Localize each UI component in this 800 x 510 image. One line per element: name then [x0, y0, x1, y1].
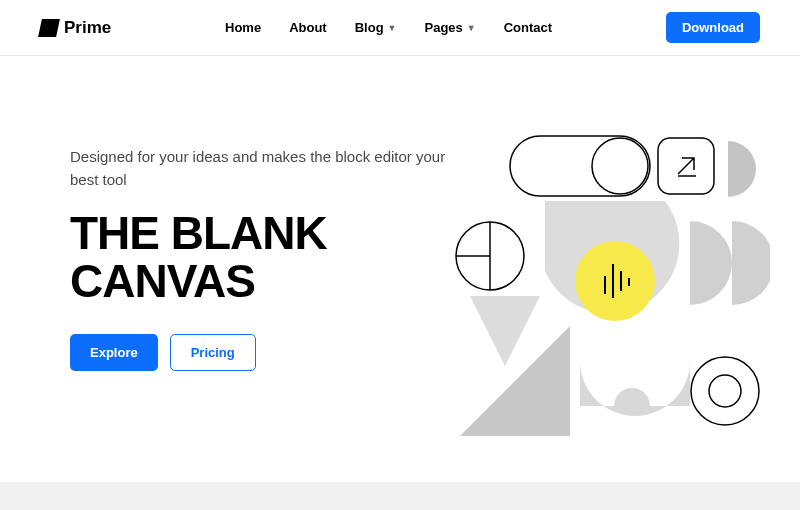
footer-bar — [0, 482, 800, 510]
nav-item-pages[interactable]: Pages ▼ — [425, 20, 476, 35]
hero-graphic — [450, 126, 770, 446]
nav-label: Pages — [425, 20, 463, 35]
svg-point-6 — [575, 241, 655, 321]
download-button[interactable]: Download — [666, 12, 760, 43]
nav-item-home[interactable]: Home — [225, 20, 261, 35]
nav-label: Home — [225, 20, 261, 35]
hero-buttons: Explore Pricing — [70, 334, 470, 371]
hero-subtitle: Designed for your ideas and makes the bl… — [70, 146, 470, 191]
nav-item-about[interactable]: About — [289, 20, 327, 35]
svg-rect-0 — [510, 136, 650, 196]
site-header: Prime Home About Blog ▼ Pages ▼ Contact … — [0, 0, 800, 56]
main-nav: Home About Blog ▼ Pages ▼ Contact — [225, 20, 552, 35]
nav-item-blog[interactable]: Blog ▼ — [355, 20, 397, 35]
nav-label: Contact — [504, 20, 552, 35]
nav-label: About — [289, 20, 327, 35]
hero-content: Designed for your ideas and makes the bl… — [70, 146, 470, 371]
chevron-down-icon: ▼ — [467, 23, 476, 33]
svg-point-12 — [709, 375, 741, 407]
brand-name: Prime — [64, 18, 111, 38]
explore-button[interactable]: Explore — [70, 334, 158, 371]
hero-title: THE BLANK CANVAS — [70, 209, 470, 306]
svg-point-1 — [592, 138, 648, 194]
svg-point-11 — [691, 357, 759, 425]
pricing-button[interactable]: Pricing — [170, 334, 256, 371]
brand-logo[interactable]: Prime — [40, 18, 111, 38]
chevron-down-icon: ▼ — [388, 23, 397, 33]
nav-label: Blog — [355, 20, 384, 35]
hero-section: Designed for your ideas and makes the bl… — [0, 56, 800, 411]
nav-item-contact[interactable]: Contact — [504, 20, 552, 35]
geometric-illustration — [450, 126, 770, 446]
logo-icon — [38, 19, 60, 37]
